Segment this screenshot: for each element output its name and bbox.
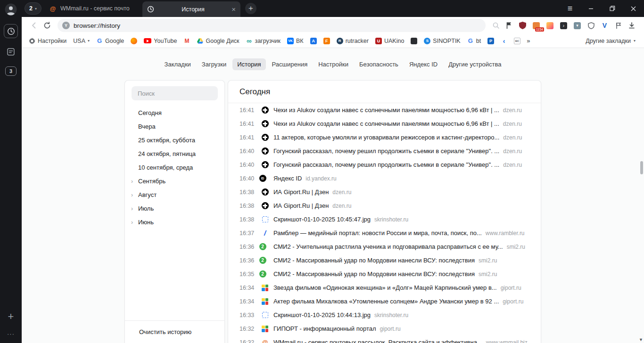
bookmark-chevron-blue[interactable]: ‹ <box>497 34 511 48</box>
check-extension-icon[interactable]: V <box>601 22 609 30</box>
history-row[interactable]: 16:34Звезда фильмов «Одинокая женщина» и… <box>228 281 541 294</box>
bookmark-orange-circle[interactable] <box>127 34 140 48</box>
date-filter-item-8[interactable]: ›Июнь <box>125 215 224 229</box>
history-row[interactable]: 16:38ИА Giport.Ru | Дзенdzen.ru <box>228 185 541 199</box>
profile-avatar[interactable] <box>5 3 17 17</box>
history-title[interactable]: 11 актеров, которые умоляли и уговаривал… <box>273 134 499 141</box>
history-title[interactable]: СМИ2 - Учительница растлила ученика и по… <box>273 243 503 250</box>
history-title[interactable]: WMmail.ru - сервис почтовых рассылок. Ра… <box>273 339 482 343</box>
bookmark-flag-icon[interactable] <box>503 19 516 32</box>
address-bar[interactable]: Y browser://history <box>58 19 486 32</box>
page-tab-4[interactable]: Настройки <box>314 58 353 70</box>
history-title[interactable]: Яндекс ID <box>273 175 302 182</box>
scrollbar-thumb[interactable] <box>640 161 643 174</box>
palette-extension-icon[interactable] <box>546 22 554 30</box>
date-filter-item-0[interactable]: Сегодня <box>125 106 224 120</box>
history-title[interactable]: СМИ2 - Массированный удар по Мордовии на… <box>273 270 475 278</box>
bookmark-вк[interactable]: VKВК <box>284 34 307 48</box>
ublock-extension-icon[interactable] <box>519 22 527 30</box>
history-title[interactable]: Скриншот-01-10-2025 10:45:47.jpg <box>273 216 371 223</box>
new-tab-button[interactable]: + <box>245 3 256 14</box>
flag-extension-icon[interactable] <box>614 22 622 30</box>
history-row[interactable]: 16:362СМИ2 - Массированный удар по Мордо… <box>228 253 541 267</box>
history-title[interactable]: Гогунский рассказал, почему решил продол… <box>273 147 499 155</box>
tab-close-icon[interactable]: × <box>231 6 236 13</box>
bookmark-gmail[interactable]: M <box>180 34 193 48</box>
dark-extension-icon[interactable]: › <box>560 22 568 30</box>
tab-count-badge[interactable]: 3 <box>5 66 17 76</box>
date-filter-item-2[interactable]: 25 октября, суббота <box>125 133 224 147</box>
history-row[interactable]: 16:4111 актеров, которые умоляли и угова… <box>228 131 541 144</box>
page-tab-5[interactable]: Безопасность <box>355 58 403 70</box>
page-tab-0[interactable]: Закладки <box>160 58 196 70</box>
history-row[interactable]: 16:362СМИ2 - Учительница растлила ученик… <box>228 240 541 253</box>
history-row[interactable]: 16:32ГИПОРТ - информационный порталgipor… <box>228 322 541 335</box>
bookmarks-overflow-icon[interactable]: » <box>524 37 533 44</box>
history-title[interactable]: СМИ2 - Массированный удар по Мордовии на… <box>273 257 475 264</box>
menu-icon[interactable]: ≡ <box>560 4 580 14</box>
date-filter-item-5[interactable]: ›Сентябрь <box>125 174 224 188</box>
history-row[interactable]: 16:41Чехи из Alukov создали навес с солн… <box>228 103 541 117</box>
counter-extension-icon[interactable]: 1154 <box>532 22 540 30</box>
history-title[interactable]: Чехи из Alukov создали навес с солнечным… <box>273 120 499 127</box>
search-icon[interactable] <box>489 19 503 32</box>
minimize-button[interactable] <box>580 0 602 17</box>
date-filter-item-7[interactable]: ›Июль <box>125 202 224 215</box>
shield-extension-icon[interactable] <box>587 22 595 30</box>
refresh-icon[interactable] <box>41 19 54 32</box>
history-title[interactable]: ИА Giport.Ru | Дзен <box>273 202 329 209</box>
history-title[interactable]: Рамблер — медийный портал: новости Росси… <box>273 229 482 237</box>
bookmark-usa[interactable]: USA▾ <box>70 34 93 48</box>
page-tab-2[interactable]: История <box>232 58 265 70</box>
history-row[interactable]: 16:38Скриншот-01-10-2025 10:45:47.jpgskr… <box>228 212 541 226</box>
rail-more-icon[interactable]: ··· <box>7 330 15 337</box>
bookmark-dark-square[interactable] <box>407 34 421 48</box>
bookmark-uakino[interactable]: UUAKino <box>372 34 407 48</box>
bookmark-загрузчик[interactable]: ∞загрузчик <box>242 34 284 48</box>
page-tab-1[interactable]: Загрузки <box>197 58 231 70</box>
date-filter-item-3[interactable]: 24 октября, пятница <box>125 147 224 161</box>
bookmark-bt[interactable]: Gbt <box>464 34 484 48</box>
downloads-icon[interactable] <box>625 19 638 32</box>
back-icon[interactable] <box>27 19 41 32</box>
history-title[interactable]: Звезда фильмов «Одинокая женщина» и «Дол… <box>273 284 497 291</box>
bookmark-youtube[interactable]: YouTube <box>140 34 180 48</box>
save-extension-icon[interactable]: ▾ <box>573 22 581 30</box>
page-tab-7[interactable]: Другие устройства <box>444 58 506 70</box>
bookmark-настройки[interactable]: Настройки <box>25 34 70 48</box>
history-title[interactable]: Чехи из Alukov создали навес с солнечным… <box>273 106 499 114</box>
tab-active[interactable]: История× <box>142 1 240 17</box>
date-filter-item-4[interactable]: 10 сентября, среда <box>125 161 224 174</box>
close-button[interactable] <box>623 0 644 17</box>
page-tab-3[interactable]: Расширения <box>267 58 313 70</box>
history-title[interactable]: Актер фильма Михалкова «Утомленные солнц… <box>273 298 499 305</box>
history-row[interactable]: 16:40Гогунский рассказал, почему решил п… <box>228 144 541 158</box>
clear-history-button[interactable]: Очистить историю <box>125 320 224 343</box>
history-row[interactable]: 16:33Скриншот-01-10-2025 10:44:13.jpgskr… <box>228 308 541 322</box>
history-row[interactable]: 16:352СМИ2 - Массированный удар по Мордо… <box>228 267 541 281</box>
other-bookmarks-button[interactable]: Другие закладки ▾ <box>581 38 640 44</box>
history-title[interactable]: Гогунский рассказал, почему решил продол… <box>273 161 499 168</box>
bookmark-google[interactable]: GGoogle <box>93 34 127 48</box>
history-title[interactable]: Скриншот-01-10-2025 10:44:13.jpg <box>273 311 371 318</box>
bookmark-f-orange[interactable]: F <box>320 34 333 48</box>
restore-button[interactable] <box>602 0 623 17</box>
history-row[interactable]: 16:32@WMmail.ru - сервис почтовых рассыл… <box>228 335 541 343</box>
page-tab-6[interactable]: Яндекс ID <box>405 58 442 70</box>
tab[interactable]: @WMmail.ru - сервис почто <box>44 0 142 17</box>
history-row[interactable]: 16:38ИА Giport.Ru | Дзенdzen.ru <box>228 199 541 212</box>
scrollbar-down-icon[interactable]: ▼ <box>639 337 643 342</box>
history-row[interactable]: 16:37/Рамблер — медийный портал: новости… <box>228 226 541 240</box>
tab-counter[interactable]: 2 ▾ <box>25 2 41 15</box>
history-rail-icon[interactable] <box>4 24 18 38</box>
bookmark-google-диск[interactable]: Google Диск <box>193 34 242 48</box>
date-filter-item-1[interactable]: Вчера <box>125 120 224 133</box>
history-row[interactable]: 16:40Гогунский рассказал, почему решил п… <box>228 158 541 172</box>
history-row[interactable]: 16:40IDЯндекс IDid.yandex.ru <box>228 172 541 185</box>
bookmark-p-blue[interactable]: P <box>484 34 497 48</box>
date-filter-item-6[interactable]: ›Август <box>125 188 224 202</box>
bookmark-bc[interactable]: BC <box>511 34 524 48</box>
history-title[interactable]: ГИПОРТ - информационный портал <box>273 325 376 332</box>
history-row[interactable]: 16:41Чехи из Alukov создали навес с солн… <box>228 117 541 131</box>
notes-rail-icon[interactable] <box>4 45 18 59</box>
